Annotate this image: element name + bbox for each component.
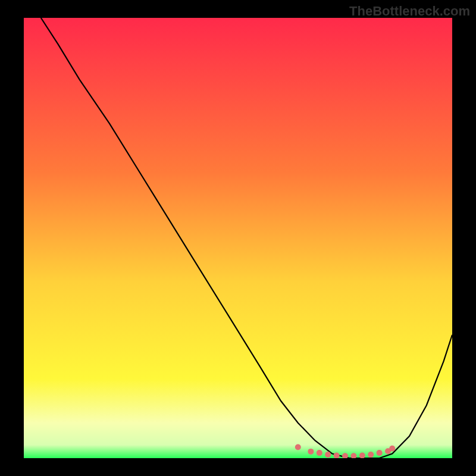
optimal-marker — [295, 444, 301, 450]
optimal-marker — [359, 453, 365, 458]
optimal-marker — [317, 450, 322, 456]
optimal-marker — [334, 453, 340, 458]
chart-container: TheBottleneck.com — [0, 0, 476, 476]
optimal-markers — [295, 444, 395, 459]
optimal-marker — [389, 446, 395, 452]
optimal-marker — [325, 452, 331, 458]
optimal-marker — [368, 452, 374, 458]
optimal-marker — [308, 449, 314, 455]
optimal-marker — [377, 450, 383, 456]
optimal-marker — [350, 453, 356, 458]
optimal-marker — [342, 453, 348, 458]
plot-area — [24, 18, 452, 458]
chart-svg — [24, 18, 452, 458]
bottleneck-curve — [41, 18, 452, 458]
watermark-text: TheBottleneck.com — [349, 4, 470, 19]
